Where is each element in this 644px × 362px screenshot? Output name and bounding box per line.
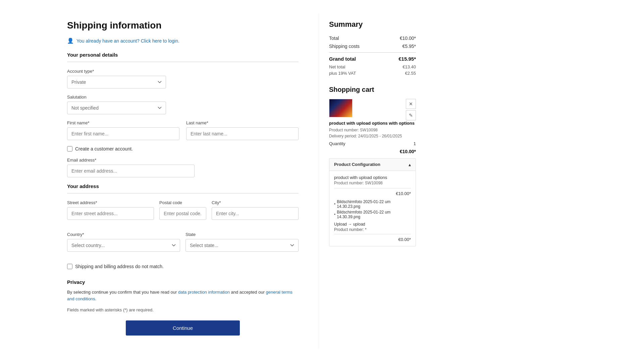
salutation-select[interactable]: Not specified Mr. Ms. Dr. — [67, 102, 166, 114]
street-label: Street address* — [67, 200, 154, 205]
config-item-number: Product number: SW10098 — [334, 181, 411, 185]
login-link-container: 👤 You already have an account? Click her… — [67, 38, 299, 44]
create-account-checkbox[interactable] — [67, 146, 72, 152]
shopping-cart-section: Shopping cart ✕ ✎ product with upload op… — [329, 86, 416, 246]
shipping-value: €5.95* — [402, 44, 416, 49]
country-select[interactable]: Select country... — [67, 239, 180, 252]
create-account-label[interactable]: Create a customer account. — [75, 146, 133, 152]
email-group: Email address* — [67, 158, 299, 177]
config-file-2-name: Bildschirmfoto 2025-01-22 um 14.30.39.pn… — [337, 210, 411, 219]
config-upload-label: Upload → upload — [334, 222, 365, 227]
net-total-label: Net total — [329, 64, 345, 69]
privacy-title: Privacy — [67, 279, 299, 285]
quantity-value: 1 — [414, 141, 416, 146]
postal-input[interactable] — [159, 207, 206, 220]
page-title: Shipping information — [67, 20, 299, 31]
salutation-label: Salutation — [67, 95, 299, 100]
vat-row: plus 19% VAT €2.55 — [329, 71, 416, 76]
city-input[interactable] — [212, 207, 299, 220]
country-group: Country* Select country... — [67, 232, 180, 252]
config-file-1-name: Bildschirmfoto 2025-01-22 um 14.30.23.pn… — [337, 199, 411, 209]
product-number-value: SW10098 — [360, 128, 378, 132]
grand-total-value: €15.95* — [398, 56, 416, 62]
login-link[interactable]: You already have an account? Click here … — [76, 38, 179, 44]
personal-details-title: Your personal details — [67, 52, 299, 58]
continue-button[interactable]: Continue — [126, 320, 240, 336]
cart-item-number: Product number: SW10098 — [329, 128, 416, 132]
address-title: Your address — [67, 183, 299, 189]
personal-details-section: Your personal details Account type* Priv… — [67, 52, 299, 177]
country-label: Country* — [67, 232, 180, 237]
first-name-label: First name* — [67, 120, 179, 125]
config-upload-number: Product number: * — [334, 227, 411, 232]
config-divider — [334, 188, 411, 188]
config-number-value: SW10098 — [365, 181, 383, 185]
grand-total-label: Grand total — [329, 56, 356, 62]
config-footer-price: €0.00* — [334, 234, 411, 242]
config-upload-number-label: Product number: — [334, 227, 364, 232]
product-config-header[interactable]: Product Configuration ▴ — [329, 159, 416, 171]
last-name-input[interactable] — [186, 127, 299, 140]
total-label: Total — [329, 36, 339, 41]
product-config-title: Product Configuration — [334, 162, 380, 167]
state-select[interactable]: Select state... — [185, 239, 299, 252]
privacy-text: By selecting continue you confirm that y… — [67, 289, 299, 302]
summary-section: Summary Total €10.00* Shipping costs €5.… — [329, 20, 416, 76]
privacy-text-before: By selecting continue you confirm that y… — [67, 290, 178, 295]
config-number-label: Product number: — [334, 181, 364, 185]
cart-item-details: product with upload options with options… — [329, 121, 416, 138]
data-protection-link[interactable]: data protection information — [178, 290, 230, 295]
product-number-label: Product number: — [329, 128, 359, 132]
name-row: First name* Last name* — [67, 120, 299, 146]
cart-thumbnail-image — [329, 99, 352, 117]
last-name-label: Last name* — [186, 120, 299, 125]
grand-total-row: Grand total €15.95* — [329, 56, 416, 62]
privacy-text-after: . — [95, 296, 97, 301]
email-label: Email address* — [67, 158, 299, 163]
cart-item-name: product with upload options with options — [329, 121, 416, 126]
city-label: City* — [212, 200, 299, 205]
edit-item-button[interactable]: ✎ — [406, 110, 416, 120]
remove-item-button[interactable]: ✕ — [406, 99, 416, 109]
account-type-select[interactable]: Private Business — [67, 76, 166, 88]
shipping-row: Shipping costs €5.95* — [329, 44, 416, 49]
vat-value: €2.55 — [405, 71, 416, 76]
postal-label: Postal code — [159, 200, 206, 205]
config-item-name: product with upload options — [334, 175, 411, 180]
country-state-row: Country* Select country... State Select … — [67, 232, 299, 258]
last-name-group: Last name* — [186, 120, 299, 140]
account-type-label: Account type* — [67, 69, 299, 74]
billing-mismatch-label[interactable]: Shipping and billing address do not matc… — [75, 264, 164, 269]
cart-item-delivery: Delivery period: 24/01/2025 - 26/01/2025 — [329, 134, 416, 138]
delivery-label: Delivery period: — [329, 134, 357, 138]
product-config: Product Configuration ▴ product with upl… — [329, 158, 416, 246]
summary-divider — [329, 52, 416, 53]
first-name-group: First name* — [67, 120, 179, 140]
state-group: State Select state... — [185, 232, 299, 252]
salutation-group: Salutation Not specified Mr. Ms. Dr. — [67, 95, 299, 114]
summary-title: Summary — [329, 20, 416, 29]
email-input[interactable] — [67, 165, 195, 177]
net-total-row: Net total €13.40 — [329, 64, 416, 69]
cart-qty-row: Quantity 1 — [329, 141, 416, 146]
net-total-value: €13.40 — [402, 64, 416, 69]
street-group: Street address* — [67, 200, 154, 220]
billing-mismatch-group: Shipping and billing address do not matc… — [67, 264, 299, 269]
sidebar: Summary Total €10.00* Shipping costs €5.… — [319, 13, 426, 349]
street-postal-city-row: Street address* Postal code City* — [67, 200, 299, 226]
address-divider — [67, 193, 299, 193]
cart-item: ✕ ✎ product with upload options with opt… — [329, 99, 416, 246]
cart-item-actions: ✕ ✎ — [406, 99, 416, 120]
first-name-input[interactable] — [67, 127, 179, 140]
required-note: Fields marked with asterisks (*) are req… — [67, 307, 299, 312]
cart-thumbnail — [329, 99, 353, 117]
create-account-group: Create a customer account. — [67, 146, 299, 152]
street-input[interactable] — [67, 207, 154, 220]
config-upload-number-value: * — [365, 227, 367, 232]
total-row: Total €10.00* — [329, 36, 416, 41]
postal-group: Postal code — [159, 200, 206, 220]
billing-mismatch-checkbox[interactable] — [67, 264, 72, 269]
city-group: City* — [212, 200, 299, 220]
privacy-section: Privacy By selecting continue you confir… — [67, 279, 299, 302]
shipping-label: Shipping costs — [329, 44, 360, 49]
